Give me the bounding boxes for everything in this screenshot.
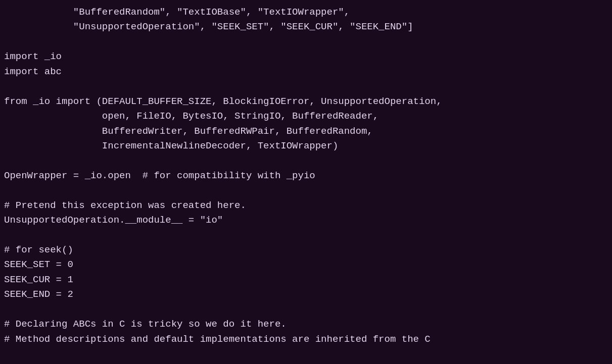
code-editor: "BufferedRandom", "TextIOBase", "TextIOW… xyxy=(0,0,612,364)
code-content: "BufferedRandom", "TextIOBase", "TextIOW… xyxy=(4,5,612,347)
